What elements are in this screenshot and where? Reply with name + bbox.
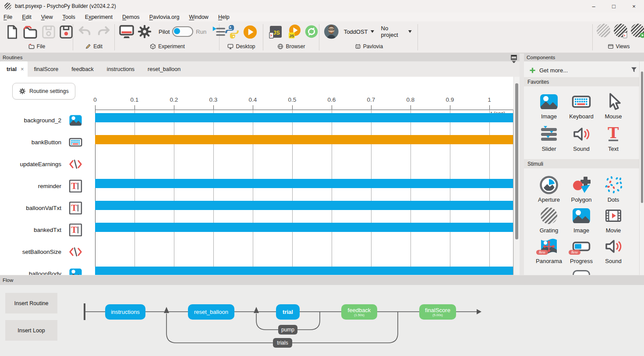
menu-item-window[interactable]: Window	[189, 14, 208, 20]
menu-item-view[interactable]: View	[41, 14, 53, 20]
component-slider-button[interactable]: Slider	[533, 124, 565, 153]
loop-badge-pump[interactable]: pump	[278, 325, 297, 335]
component-text-button[interactable]: TText	[597, 124, 630, 153]
undo-button[interactable]	[78, 24, 93, 39]
component-progress-button[interactable]: ProgressBeta	[565, 236, 598, 265]
component-time-bar[interactable]	[95, 223, 513, 232]
get-more-button[interactable]: Get more...	[524, 64, 644, 76]
pavlovia-project-dropdown[interactable]: No project	[381, 25, 412, 38]
flow-node-feedback[interactable]: feedback(1.50s)	[341, 304, 377, 320]
menu-item-tools[interactable]: Tools	[63, 14, 75, 20]
maximize-button[interactable]: □	[604, 0, 624, 12]
component-time-bar[interactable]	[95, 201, 513, 210]
coder-view-button[interactable]	[614, 24, 627, 37]
component-time-bar[interactable]	[95, 113, 513, 122]
routine-scrollbar[interactable]	[513, 77, 520, 275]
component-name[interactable]: balloonValTxt	[0, 197, 61, 219]
filter-icon[interactable]	[631, 67, 637, 73]
loop-badge-trials[interactable]: trials	[273, 338, 292, 348]
new-file-button[interactable]	[5, 24, 20, 40]
runner-view-button[interactable]	[631, 24, 644, 37]
compile-js-button[interactable]: JS	[268, 24, 283, 39]
axis-tick-label: 0.6	[322, 96, 341, 103]
beta-badge: Beta	[536, 250, 548, 255]
toolbar-group-label: Views	[616, 43, 630, 50]
tab-finalScore[interactable]: finalScore	[28, 61, 65, 77]
component-label: Movie	[594, 227, 633, 234]
menu-item-file[interactable]: File	[4, 14, 12, 20]
component-time-bar[interactable]	[95, 179, 513, 188]
component-polygon-button[interactable]: Polygon	[565, 174, 598, 203]
slider-icon	[539, 125, 559, 144]
tab-list-dropdown-icon[interactable]	[511, 58, 517, 64]
axis-tick-mark	[332, 105, 332, 110]
tab-feedback[interactable]: feedback	[65, 61, 100, 77]
component-name[interactable]: reminder	[0, 175, 61, 197]
beta-badge: Beta	[569, 250, 580, 255]
redo-button[interactable]	[96, 24, 111, 39]
image-icon[interactable]	[69, 267, 82, 275]
keyboard-icon[interactable]	[69, 135, 82, 149]
image-icon[interactable]	[69, 114, 82, 127]
tab-instructions[interactable]: instructions	[100, 61, 141, 77]
scrollbar-thumb[interactable]	[515, 83, 518, 239]
toolbar-group-label: Desktop	[236, 43, 255, 50]
routine-settings-button[interactable]: Routine settings	[12, 83, 75, 100]
run-online-button[interactable]: JS	[286, 24, 302, 39]
dots-icon	[604, 175, 623, 195]
menu-item-demos[interactable]: Demos	[122, 14, 140, 20]
component-name[interactable]: setBalloonSize	[0, 241, 61, 263]
close-button[interactable]: ×	[624, 0, 644, 12]
code-icon[interactable]	[69, 157, 82, 171]
component-name[interactable]: bankedTxt	[0, 219, 61, 241]
user-avatar[interactable]	[324, 24, 339, 39]
tab-reset_balloon[interactable]: reset_balloon	[141, 61, 187, 77]
pavlovia-user-dropdown[interactable]: ToddOST	[344, 28, 374, 35]
tab-trial[interactable]: trial×	[0, 61, 28, 77]
flow-node-finalScore[interactable]: finalScore(5.00s)	[419, 304, 456, 320]
monitor-center-button[interactable]	[119, 24, 134, 39]
flow-node-trial[interactable]: trial	[276, 304, 300, 320]
component-dots-button[interactable]: Dots	[597, 174, 630, 203]
timeline-row-bankedTxt: bankedTxtT	[0, 219, 513, 241]
save-button[interactable]	[41, 24, 56, 40]
open-file-button[interactable]	[22, 24, 39, 40]
component-image-button[interactable]: Image	[533, 91, 565, 120]
flow-node-instructions[interactable]: instructions	[105, 304, 145, 320]
component-name[interactable]: updateEarnings	[0, 153, 61, 175]
flow-node-reset_balloon[interactable]: reset_balloon	[188, 304, 234, 320]
component-aperture-button[interactable]: Aperture	[533, 174, 565, 203]
sync-pavlovia-button[interactable]	[304, 25, 318, 39]
code-icon[interactable]	[69, 245, 82, 259]
component-mouse-button[interactable]: Mouse	[597, 91, 630, 120]
pilot-run-toggle[interactable]	[172, 26, 193, 37]
compile-python-button[interactable]	[224, 24, 240, 40]
save-as-button[interactable]	[59, 24, 74, 40]
component-name[interactable]: balloonBody	[0, 263, 61, 275]
run-experiment-button[interactable]	[243, 25, 258, 39]
component-name[interactable]: background_2	[0, 110, 61, 132]
component-movie-button[interactable]: Movie	[597, 205, 630, 234]
component-sound-button[interactable]: Sound	[597, 236, 630, 265]
menu-item-pavloviaorg[interactable]: Pavlovia.org	[149, 14, 180, 20]
tab-close-icon[interactable]: ×	[21, 66, 24, 72]
textbox-icon[interactable]: T	[69, 179, 82, 193]
minimize-button[interactable]: –	[584, 0, 604, 12]
component-time-bar[interactable]	[95, 267, 513, 275]
component-image-button[interactable]: Image	[565, 205, 598, 234]
menu-item-help[interactable]: Help	[218, 14, 230, 20]
builder-view-button[interactable]	[597, 24, 610, 37]
component-grating-button[interactable]: Grating	[533, 205, 565, 234]
experiment-settings-button[interactable]	[137, 24, 152, 39]
component-keyboard-button[interactable]: Keyboard	[565, 91, 598, 120]
component-name[interactable]: bankButton	[0, 132, 61, 153]
component-time-bar[interactable]	[95, 135, 513, 144]
textbox-icon[interactable]: T	[69, 223, 82, 237]
menu-item-edit[interactable]: Edit	[22, 14, 32, 20]
components-scrollbar[interactable]	[639, 61, 644, 275]
component-panorama-button[interactable]: PanoramaBeta	[533, 236, 565, 265]
menu-item-experiment[interactable]: Experiment	[85, 14, 113, 20]
component-sound-button[interactable]: Sound	[565, 124, 598, 153]
scrollbar-thumb[interactable]	[641, 71, 643, 203]
textbox-icon[interactable]: T	[69, 201, 82, 215]
